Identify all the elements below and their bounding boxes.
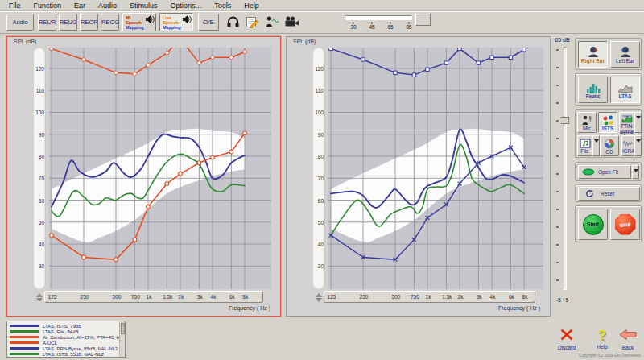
mic-source-button[interactable]: Mic: [577, 112, 597, 133]
ltas-icon: [617, 82, 634, 93]
reur-button[interactable]: REUR: [38, 14, 56, 31]
stop-icon: Stop: [615, 214, 636, 235]
speaker-icon: [146, 15, 155, 23]
ltas-button[interactable]: LTAS: [610, 77, 640, 103]
level-meter-strip[interactable]: [34, 48, 46, 289]
legend-label: Air Conduction, AI=23%, PTA=45, HFA=60: [43, 335, 126, 340]
left-ear-label: Left Ear: [611, 58, 639, 64]
cd-icon: [604, 139, 615, 149]
open-fit-group: Open Fit: [575, 162, 642, 181]
menu-audio[interactable]: Audio: [93, 2, 122, 10]
level-tick-45: 45: [369, 22, 374, 30]
level-value-box[interactable]: [415, 14, 431, 26]
prn-byrne-label: PRN Byrne: [620, 123, 634, 134]
occlusion-effect-button[interactable]: O/E: [198, 14, 219, 31]
speechmap-plot-right-ear[interactable]: [49, 48, 271, 289]
control-panel: Right Ear Left Ear Peaks: [575, 36, 642, 322]
speechmap-panel-right-ear[interactable]: SPL (dB) 12011010090807060504030 1252505…: [6, 36, 281, 317]
reset-button[interactable]: Reset: [578, 187, 640, 201]
menu-ear[interactable]: Ear: [68, 2, 91, 10]
file-icon: [580, 139, 591, 148]
ists-icon: [602, 115, 614, 126]
x-tick-label: 1.5k: [163, 294, 172, 300]
file-dropdown[interactable]: [592, 135, 600, 156]
run-group: Start Stop: [575, 205, 642, 242]
ists-source-button[interactable]: ISTS: [598, 112, 617, 133]
x-tick-label: 2k: [458, 294, 464, 300]
menu-function[interactable]: Function: [28, 2, 68, 10]
menu-file[interactable]: File: [3, 2, 27, 10]
icra-icon: [623, 139, 634, 148]
legend-scrollbar[interactable]: [119, 321, 125, 357]
axis-scroll-arrows[interactable]: [35, 292, 44, 304]
icra-source-button[interactable]: ICRA: [621, 135, 634, 156]
x-axis-strip: 1252505007501k1.5k2k3k4k6k8k: [44, 291, 263, 303]
x-tick-label: 250: [360, 294, 369, 300]
legend-row: LTAS, ISTS, 79dB: [10, 323, 118, 329]
x-tick-label: 1k: [147, 294, 152, 300]
gain-slider-handle[interactable]: [558, 117, 569, 124]
peaks-button[interactable]: Peaks: [578, 77, 608, 103]
menu-tools[interactable]: Tools: [208, 2, 237, 10]
open-fit-button[interactable]: Open Fit: [578, 165, 631, 179]
start-icon: Start: [583, 214, 604, 235]
level-slider-track[interactable]: [345, 15, 412, 20]
back-button[interactable]: Back: [612, 329, 644, 350]
x-tick-label: 1k: [426, 294, 431, 300]
icra-dropdown[interactable]: [634, 135, 642, 156]
video-camera-icon[interactable]: [283, 15, 298, 29]
legend-rows: LTAS, ISTS, 79dBLTAS, File, 84dBAir Cond…: [10, 323, 118, 357]
back-icon: [619, 329, 637, 341]
discard-button[interactable]: Discard: [551, 329, 583, 350]
axis-scroll-arrows[interactable]: [314, 292, 324, 304]
prn-byrne-dropdown[interactable]: [634, 112, 642, 133]
report-notes-icon[interactable]: [246, 15, 260, 29]
file-source-button[interactable]: File: [577, 135, 592, 156]
x-tick-label: 8k: [243, 294, 249, 300]
ml-speech-mapping-button[interactable]: ML Speech Mapping: [122, 13, 156, 31]
prn-byrne-icon: [621, 114, 633, 123]
master-gain-slider: 65 dB -5 +5: [551, 36, 573, 317]
legend-row: LTAS, File, 84dB: [10, 329, 118, 334]
legend-label: A-UCL: [43, 341, 57, 346]
x-tick-label: 750: [411, 294, 419, 300]
level-meter-strip[interactable]: [313, 48, 325, 289]
x-tick-label: 3k: [477, 294, 482, 300]
speaker-icon: [183, 15, 192, 23]
legend-swatch: [10, 330, 39, 333]
probe-mic-calibration-icon[interactable]: [266, 15, 280, 29]
reug-button[interactable]: REUG: [59, 14, 77, 31]
speechmap-plot-left-ear[interactable]: [328, 48, 543, 289]
audio-button[interactable]: Audio: [6, 14, 34, 31]
headphones-icon[interactable]: [226, 15, 241, 29]
level-tick-65: 65: [387, 22, 393, 30]
menu-options[interactable]: Options...: [165, 2, 208, 10]
prn-byrne-source-button[interactable]: PRN Byrne: [619, 112, 634, 133]
right-ear-icon: [587, 46, 600, 58]
otosuite-speechmap-window: File Function Ear Audio Stimulus Options…: [0, 0, 644, 360]
left-ear-button[interactable]: Left Ear: [610, 41, 640, 68]
reor-button[interactable]: REOR: [80, 14, 98, 31]
x-tick-label: 125: [48, 294, 57, 300]
legend-swatch: [10, 353, 39, 355]
stimulus-source-group: Mic ISTS PRN Byrne: [575, 109, 642, 158]
x-tick-label: 500: [113, 294, 122, 300]
reset-label: Reset: [601, 191, 614, 197]
right-ear-button[interactable]: Right Ear: [578, 41, 608, 68]
menu-help[interactable]: Help: [238, 2, 265, 10]
start-button[interactable]: Start: [578, 209, 608, 240]
cd-source-button[interactable]: CD: [600, 135, 619, 156]
live-speech-mapping-button[interactable]: Live Speech Mapping: [159, 13, 193, 31]
reog-button[interactable]: REOG: [101, 14, 119, 31]
gain-slider-track[interactable]: [564, 47, 567, 290]
speechmap-panel-left-ear[interactable]: SPL (dB) 12011010090807060504030 1252505…: [286, 36, 551, 317]
gain-fine-adjust[interactable]: -5 +5: [551, 297, 573, 303]
x-tick-label: 3k: [197, 294, 203, 300]
level-tick-85: 85: [406, 22, 411, 30]
open-fit-dropdown[interactable]: [632, 165, 639, 179]
x-tick-label: 4k: [211, 294, 217, 300]
legend-swatch: [10, 325, 39, 327]
discard-icon: [560, 329, 573, 341]
menu-stimulus[interactable]: Stimulus: [124, 2, 163, 10]
stop-button[interactable]: Stop: [610, 209, 640, 240]
